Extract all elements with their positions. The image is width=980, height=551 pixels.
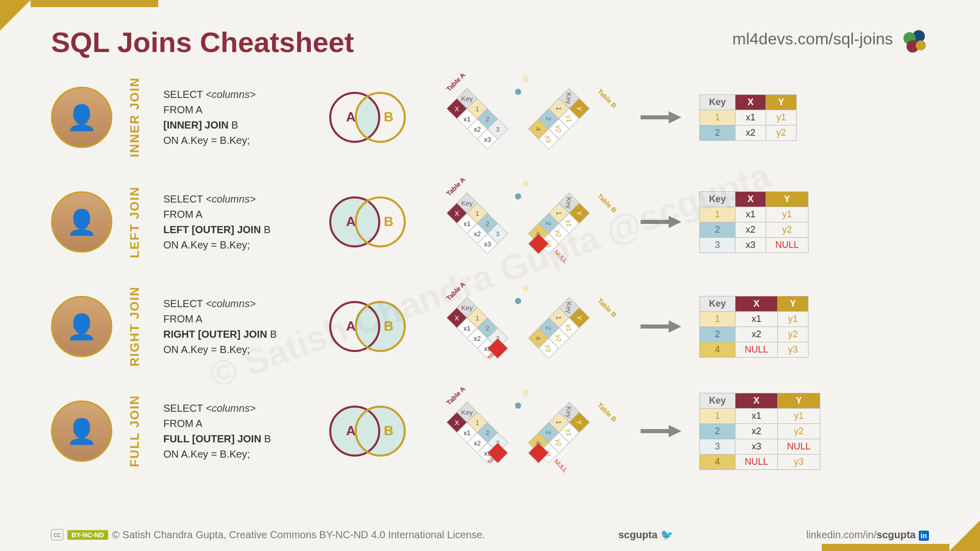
svg-text:y1: y1: [565, 429, 573, 436]
svg-text:x3: x3: [484, 240, 491, 248]
svg-text:3: 3: [496, 126, 499, 133]
arrow-icon: [638, 423, 684, 439]
svg-text:Key: Key: [565, 197, 573, 209]
result-table: KeyXY1x1y12x2y23x3NULL4NULLy3: [699, 393, 820, 470]
col-y: Y: [778, 296, 808, 311]
table-row: 1x1y1: [700, 311, 808, 327]
svg-text:Key: Key: [461, 95, 473, 103]
svg-text:2: 2: [485, 115, 489, 123]
svg-marker-141: [669, 320, 681, 333]
svg-text:Key: Key: [461, 409, 473, 416]
col-y: Y: [766, 94, 797, 110]
footer: cc BY-NC-ND © Satish Chandra Gupta, Crea…: [51, 529, 929, 541]
table-row: 4NULLy3: [700, 454, 820, 469]
col-y: Y: [766, 191, 808, 207]
svg-text:Table A: Table A: [445, 388, 467, 407]
svg-text:A: A: [346, 318, 356, 334]
site-logo-icon: [900, 27, 929, 58]
svg-text:3: 3: [496, 230, 499, 238]
svg-text:1: 1: [555, 420, 562, 424]
svg-point-137: [515, 298, 521, 304]
svg-text:A: A: [346, 423, 356, 438]
twitter-icon: 🐦: [660, 529, 673, 540]
page-title: SQL Joins Cheatsheet: [51, 26, 354, 59]
table-visualization: Table AXKey123x1x2x3Table BYKey124y1y2y3…: [429, 283, 623, 370]
svg-point-90: [515, 193, 521, 199]
table-row: 1x1y1: [700, 408, 820, 423]
join-type-label: LEFT JOIN: [128, 186, 148, 258]
table-row: 3x3NULL: [700, 439, 820, 454]
join-row-right-join: 👤 RIGHT JOIN SELECT <columns> FROM A RIG…: [51, 283, 929, 370]
svg-text:1: 1: [555, 316, 562, 319]
svg-text:y3: y3: [545, 345, 552, 352]
venn-diagram: A B: [322, 293, 413, 360]
svg-text:Table B: Table B: [596, 88, 618, 110]
header: SQL Joins Cheatsheet ml4devs.com/sql-joi…: [51, 26, 929, 59]
header-link[interactable]: ml4devs.com/sql-joins: [732, 27, 929, 58]
table-row: 2x2y2: [700, 327, 808, 342]
copyright-text: © Satish Chandra Gupta, Creative Commons…: [112, 529, 485, 541]
svg-marker-94: [669, 216, 681, 228]
svg-text:4: 4: [534, 336, 542, 340]
arrow-icon: [638, 110, 684, 125]
twitter-link[interactable]: scgupta 🐦: [618, 529, 673, 541]
svg-text:Table A: Table A: [445, 283, 467, 302]
corner-decoration-br: [949, 520, 980, 551]
table-row: 2x2y2: [700, 125, 797, 140]
table-visualization: Table AXKey123x1x2x3Table BYKey124y1y2y3: [429, 74, 623, 161]
svg-text:2: 2: [545, 326, 552, 330]
author-avatar: 👤: [51, 400, 112, 462]
sql-code: SELECT <columns> FROM A RIGHT [OUTER] JO…: [163, 296, 306, 357]
svg-text:y3: y3: [545, 136, 552, 143]
join-type-label: RIGHT JOIN: [128, 286, 148, 366]
license-block: cc BY-NC-ND © Satish Chandra Gupta, Crea…: [51, 529, 485, 541]
col-key: Key: [700, 393, 736, 408]
svg-text:B: B: [384, 214, 394, 229]
svg-marker-191: [669, 425, 681, 437]
svg-text:Table B: Table B: [596, 402, 618, 423]
venn-diagram: A B: [322, 84, 413, 151]
svg-text:Key: Key: [565, 93, 573, 105]
join-row-inner-join: 👤 INNER JOIN SELECT <columns> FROM A [IN…: [51, 74, 929, 161]
arrow-icon: [638, 319, 684, 334]
svg-text:Y: Y: [575, 315, 583, 320]
svg-text:1: 1: [475, 210, 479, 217]
arrow-icon: [638, 214, 684, 230]
svg-text:Table B: Table B: [596, 192, 618, 214]
svg-text:A: A: [346, 214, 356, 229]
svg-point-185: [515, 403, 521, 409]
svg-text:Key: Key: [565, 407, 573, 418]
svg-text:2: 2: [485, 324, 489, 332]
svg-text:y2: y2: [555, 335, 562, 342]
cc-icon: cc: [51, 529, 63, 540]
table-row: 1x1y1: [700, 110, 797, 125]
svg-text:y1: y1: [565, 220, 573, 227]
join-row-left-join: 👤 LEFT JOIN SELECT <columns> FROM A LEFT…: [51, 179, 929, 265]
svg-text:X: X: [455, 419, 459, 427]
result-table: KeyXY1x1y12x2y24NULLy3: [699, 296, 808, 358]
col-y: Y: [778, 393, 820, 408]
svg-text:2: 2: [485, 429, 489, 437]
col-x: X: [736, 393, 778, 408]
svg-text:y1: y1: [565, 324, 573, 332]
svg-text:2: 2: [545, 221, 552, 225]
svg-point-136: [523, 285, 529, 291]
svg-rect-46: [641, 115, 671, 119]
url-text: ml4devs.com/sql-joins: [732, 30, 893, 48]
svg-text:B: B: [384, 318, 394, 334]
svg-text:x1: x1: [463, 429, 471, 437]
svg-text:x1: x1: [463, 220, 471, 228]
svg-point-44: [523, 76, 529, 82]
svg-text:X: X: [455, 105, 459, 113]
svg-text:2: 2: [485, 220, 489, 228]
table-visualization: Table AXKey123x1x2x3Table BYKey124y1y2y3…: [429, 179, 623, 265]
table-row: 2x2y2: [700, 222, 808, 237]
svg-text:2: 2: [545, 431, 552, 434]
venn-diagram: A B: [322, 398, 413, 464]
svg-text:Key: Key: [565, 302, 573, 314]
linkedin-link[interactable]: linkedin.com/in/scgupta in: [806, 529, 929, 541]
result-table: KeyXY1x1y12x2y2: [699, 94, 797, 141]
svg-text:x2: x2: [474, 126, 481, 133]
author-avatar: 👤: [51, 191, 112, 253]
svg-text:1: 1: [475, 314, 479, 322]
